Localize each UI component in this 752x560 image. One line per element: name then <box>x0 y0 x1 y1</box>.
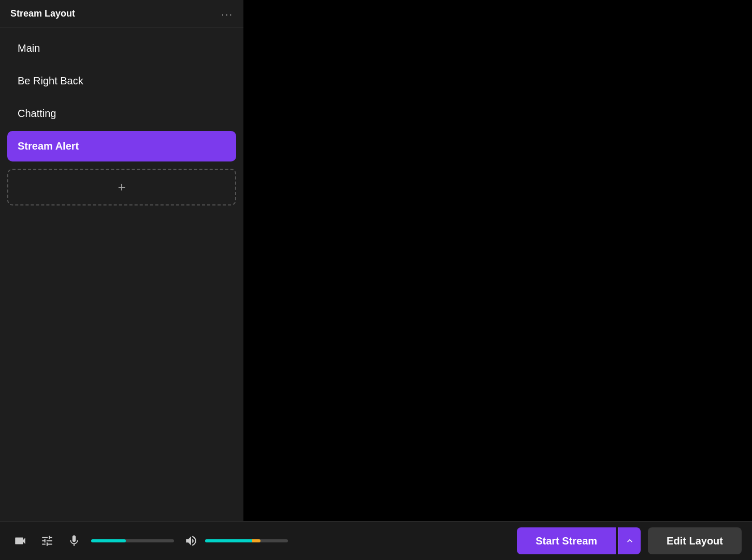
camera-button[interactable] <box>10 531 30 551</box>
layout-list: Main Be Right Back Chatting Stream Alert <box>0 28 243 167</box>
volume-slider-fill <box>205 539 261 542</box>
volume-slider-container <box>205 539 288 542</box>
chevron-up-icon <box>625 536 635 546</box>
layout-item-stream-alert[interactable]: Stream Alert <box>7 131 236 161</box>
volume-area <box>181 531 288 551</box>
camera-icon <box>13 534 27 548</box>
add-layout-button[interactable]: + <box>7 169 236 205</box>
mic-slider-fill <box>91 539 126 542</box>
mic-button[interactable] <box>64 531 84 551</box>
toolbar: Start Stream Edit Layout <box>0 521 752 560</box>
more-options-button[interactable]: ··· <box>221 9 233 19</box>
sidebar-header: Stream Layout ··· <box>0 0 243 28</box>
mic-slider-container <box>91 539 174 542</box>
start-stream-chevron-button[interactable] <box>618 527 641 554</box>
mixer-button[interactable] <box>37 531 57 551</box>
layout-item-chatting[interactable]: Chatting <box>7 98 236 129</box>
plus-icon: + <box>118 179 125 195</box>
start-stream-button[interactable]: Start Stream <box>517 527 616 554</box>
layout-item-be-right-back[interactable]: Be Right Back <box>7 66 236 96</box>
layout-item-main[interactable]: Main <box>7 33 236 64</box>
mic-icon <box>67 534 81 548</box>
sidebar-title: Stream Layout <box>10 8 75 19</box>
mixer-icon <box>40 534 54 548</box>
volume-button[interactable] <box>181 531 201 551</box>
volume-slider-track[interactable] <box>205 539 288 542</box>
sidebar: Stream Layout ··· Main Be Right Back Cha… <box>0 0 243 521</box>
toolbar-right: Start Stream Edit Layout <box>517 527 742 554</box>
preview-area <box>243 0 752 521</box>
edit-layout-button[interactable]: Edit Layout <box>648 527 742 554</box>
mic-slider-track[interactable] <box>91 539 174 542</box>
volume-icon <box>184 534 198 548</box>
